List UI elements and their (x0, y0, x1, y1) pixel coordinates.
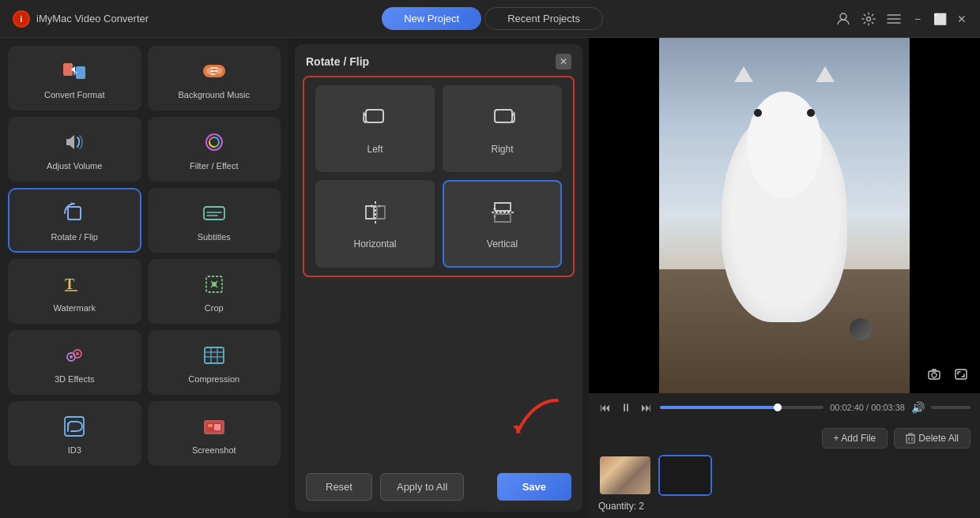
add-file-button[interactable]: + Add File (822, 428, 888, 449)
app-title: iMyMac Video Converter (36, 13, 149, 24)
watermark-label: Watermark (54, 303, 96, 313)
compression-icon (200, 341, 228, 370)
dialog-close-button[interactable]: ✕ (556, 54, 571, 69)
minimize-button[interactable]: − (912, 13, 923, 24)
app-logo: i (13, 10, 30, 28)
file-thumbnail-2[interactable] (658, 455, 712, 496)
file-manager: + Add File Delete All (589, 422, 980, 518)
footer-left-buttons: Reset Apply to All (306, 473, 464, 501)
svg-rect-45 (906, 435, 914, 443)
sidebar-item-watermark[interactable]: T Watermark (8, 259, 141, 324)
svg-rect-39 (495, 110, 512, 122)
screenshot-label: Screenshot (192, 445, 236, 455)
filter-effect-icon (200, 128, 228, 156)
rotate-left-button[interactable]: Left (315, 85, 435, 172)
flip-vertical-icon (487, 198, 518, 232)
crop-label: Crop (205, 303, 224, 313)
flip-vertical-button[interactable]: Vertical (443, 180, 562, 267)
rotate-right-icon (487, 103, 518, 137)
sidebar-item-crop[interactable]: Crop (148, 259, 281, 324)
svg-rect-27 (205, 347, 224, 363)
filter-effect-label: Filter / Effect (190, 161, 239, 171)
sidebar-item-compression[interactable]: Compression (148, 330, 281, 395)
flip-horizontal-icon (360, 198, 391, 232)
nav-tabs: New Project Recent Projects (382, 7, 603, 30)
convert-format-label: Convert Format (44, 90, 104, 99)
adjust-volume-icon (60, 128, 89, 156)
menu-icon[interactable] (887, 12, 901, 26)
sidebar-item-convert-format[interactable]: Convert Format (8, 46, 141, 111)
delete-all-button[interactable]: Delete All (894, 428, 971, 449)
sidebar-item-3d-effects[interactable]: 3D Effects (8, 330, 141, 395)
svg-text:i: i (21, 15, 23, 24)
dialog-header: Rotate / Flip ✕ (295, 44, 582, 76)
svg-point-2 (840, 13, 846, 20)
sidebar-item-id3[interactable]: ID3 (8, 401, 141, 466)
apply-to-all-button[interactable]: Apply to All (380, 473, 464, 501)
volume-icon[interactable]: 🔊 (911, 401, 925, 414)
adjust-volume-label: Adjust Volume (47, 161, 102, 171)
svg-point-26 (76, 352, 79, 355)
tools-sidebar: Convert Format Background Music (0, 38, 288, 518)
svg-rect-13 (68, 207, 81, 220)
rotate-flip-dialog: Rotate / Flip ✕ Left (295, 44, 582, 512)
sidebar-item-filter-effect[interactable]: Filter / Effect (148, 117, 281, 182)
maximize-button[interactable]: ⬜ (934, 13, 945, 24)
flip-horizontal-button[interactable]: Horizontal (315, 180, 435, 267)
preview-icons (923, 363, 972, 385)
file-thumbnail-1[interactable] (598, 455, 652, 496)
file-thumbnails-list (598, 455, 971, 496)
time-display: 00:02:40 / 00:03:38 (830, 403, 905, 412)
rotate-left-label: Left (367, 144, 383, 155)
skip-back-button[interactable]: ⏮ (598, 400, 612, 415)
recent-projects-tab[interactable]: Recent Projects (484, 7, 603, 30)
play-pause-button[interactable]: ⏸ (619, 400, 633, 415)
id3-label: ID3 (68, 445, 81, 455)
camera-icon-button[interactable] (923, 363, 945, 385)
flip-horizontal-label: Horizontal (353, 238, 396, 250)
screenshot-icon (200, 412, 228, 441)
svg-rect-36 (208, 424, 213, 427)
dialog-footer: Reset Apply to All Save (295, 467, 582, 512)
rotate-flip-label: Rotate / Flip (51, 232, 98, 242)
settings-icon[interactable] (861, 12, 876, 26)
reset-button[interactable]: Reset (306, 473, 372, 501)
rotate-options-grid: Left Right (303, 76, 575, 277)
rotate-right-label: Right (491, 144, 513, 155)
svg-point-43 (932, 373, 937, 377)
expand-icon-button[interactable] (950, 363, 972, 385)
svg-point-24 (70, 355, 73, 358)
svg-rect-44 (956, 370, 967, 379)
main-content: Convert Format Background Music (0, 38, 980, 518)
skip-forward-button[interactable]: ⏭ (639, 400, 654, 415)
sidebar-item-adjust-volume[interactable]: Adjust Volume (8, 117, 141, 182)
titlebar-right: − ⬜ ✕ (836, 12, 967, 26)
svg-rect-37 (214, 424, 220, 430)
crop-icon (200, 270, 228, 298)
sidebar-item-subtitles[interactable]: Subtitles (148, 188, 281, 253)
file-manager-actions: + Add File Delete All (598, 428, 971, 449)
3d-effects-label: 3D Effects (55, 374, 95, 384)
titlebar: i iMyMac Video Converter New Project Rec… (0, 0, 980, 38)
sidebar-item-rotate-flip[interactable]: Rotate / Flip (8, 188, 141, 253)
center-panel: Rotate / Flip ✕ Left (288, 38, 589, 518)
progress-bar[interactable] (660, 406, 824, 409)
svg-rect-14 (204, 207, 224, 220)
svg-rect-38 (366, 110, 383, 122)
rotate-right-button[interactable]: Right (443, 85, 562, 172)
new-project-tab[interactable]: New Project (382, 7, 481, 30)
close-button[interactable]: ✕ (956, 13, 967, 24)
user-icon[interactable] (836, 12, 850, 26)
rotate-flip-icon (60, 199, 89, 227)
save-button[interactable]: Save (497, 473, 571, 501)
volume-bar[interactable] (931, 406, 971, 409)
svg-point-3 (867, 17, 871, 21)
video-controls: ⏮ ⏸ ⏭ 00:02:40 / 00:03:38 🔊 (589, 393, 980, 422)
rotate-left-icon (360, 103, 391, 137)
sidebar-item-screenshot[interactable]: Screenshot (148, 401, 281, 466)
convert-format-icon (60, 57, 89, 85)
sidebar-item-background-music[interactable]: Background Music (148, 46, 281, 111)
svg-text:T: T (65, 276, 74, 292)
flip-vertical-label: Vertical (487, 238, 518, 250)
progress-thumb (774, 404, 782, 411)
